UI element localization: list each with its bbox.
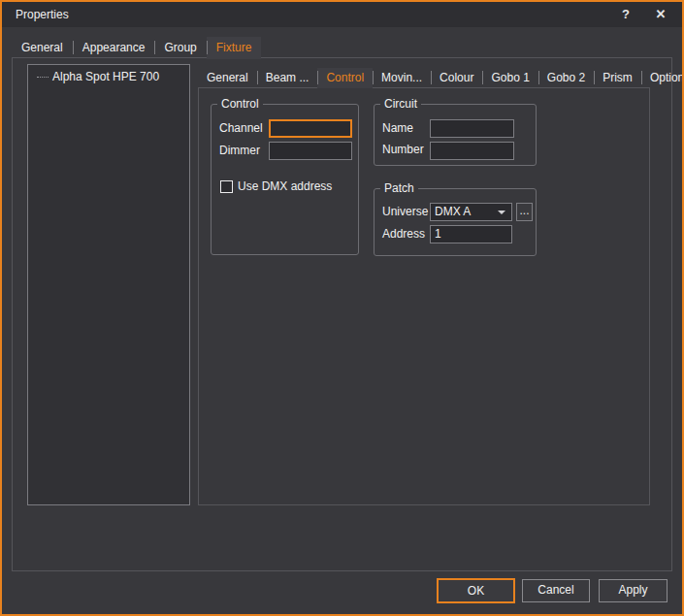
- address-label: Address: [382, 227, 425, 241]
- circuit-name-label: Name: [382, 121, 413, 135]
- universe-dropdown[interactable]: DMX A: [430, 203, 512, 221]
- channel-input[interactable]: [269, 119, 352, 138]
- main-tab-bar: General Appearance Group Fixture: [12, 37, 261, 59]
- subtab-gobo1[interactable]: Gobo 1: [482, 68, 537, 87]
- sub-tab-bar: General Beam ... Control Movin... Colour…: [198, 68, 684, 88]
- use-dmx-address-checkbox[interactable]: Use DMX address: [220, 180, 332, 193]
- apply-button[interactable]: Apply: [599, 579, 668, 602]
- universe-dropdown-value: DMX A: [435, 205, 471, 218]
- subtab-gobo2[interactable]: Gobo 2: [538, 68, 594, 87]
- subtab-control[interactable]: Control: [317, 68, 373, 88]
- tree-branch-icon: [37, 77, 49, 78]
- patch-groupbox-title: Patch: [380, 182, 418, 195]
- control-groupbox-title: Control: [217, 98, 263, 111]
- subtab-prism[interactable]: Prism: [594, 68, 641, 87]
- tab-fixture[interactable]: Fixture: [207, 37, 262, 59]
- circuit-number-input[interactable]: [430, 142, 514, 160]
- circuit-groupbox: Circuit Name Number: [374, 104, 537, 166]
- use-dmx-address-label: Use DMX address: [238, 180, 332, 193]
- subtab-beam[interactable]: Beam ...: [257, 68, 318, 87]
- close-icon[interactable]: ✕: [650, 5, 671, 24]
- help-icon[interactable]: ?: [615, 5, 636, 24]
- tab-group[interactable]: Group: [154, 37, 206, 58]
- tree-item-label[interactable]: Alpha Spot HPE 700: [49, 69, 163, 85]
- circuit-name-input[interactable]: [430, 119, 514, 138]
- dimmer-input[interactable]: [269, 142, 352, 160]
- subtab-moving[interactable]: Movin...: [373, 68, 431, 87]
- channel-label: Channel: [219, 121, 263, 135]
- chevron-down-icon: [498, 211, 505, 214]
- circuit-number-label: Number: [382, 143, 424, 156]
- tab-general[interactable]: General: [12, 37, 73, 58]
- titlebar: Properties ? ✕: [2, 2, 682, 27]
- tree-item[interactable]: Alpha Spot HPE 700: [28, 69, 189, 85]
- fixture-tab-page: Alpha Spot HPE 700 General Beam ... Cont…: [12, 57, 672, 571]
- fixture-tree[interactable]: Alpha Spot HPE 700: [27, 64, 190, 505]
- cancel-button[interactable]: Cancel: [522, 579, 590, 602]
- universe-label: Universe: [382, 205, 428, 218]
- tab-appearance[interactable]: Appearance: [73, 37, 155, 58]
- subtab-options[interactable]: Options: [641, 68, 684, 87]
- patch-groupbox: Patch Universe DMX A ... Address 1: [374, 188, 537, 256]
- subtab-general[interactable]: General: [198, 68, 257, 87]
- universe-browse-button[interactable]: ...: [516, 203, 533, 221]
- address-input[interactable]: 1: [430, 225, 512, 243]
- window-title: Properties: [16, 2, 69, 27]
- properties-dialog: Properties ? ✕ General Appearance Group …: [0, 0, 684, 616]
- dimmer-label: Dimmer: [219, 144, 260, 157]
- checkbox-icon[interactable]: [220, 180, 233, 193]
- control-tab-page: Control Channel Dimmer Use DMX address C…: [198, 87, 650, 505]
- circuit-groupbox-title: Circuit: [380, 98, 421, 111]
- control-groupbox: Control Channel Dimmer Use DMX address: [211, 104, 359, 255]
- subtab-colour[interactable]: Colour: [431, 68, 482, 87]
- ok-button[interactable]: OK: [437, 578, 515, 603]
